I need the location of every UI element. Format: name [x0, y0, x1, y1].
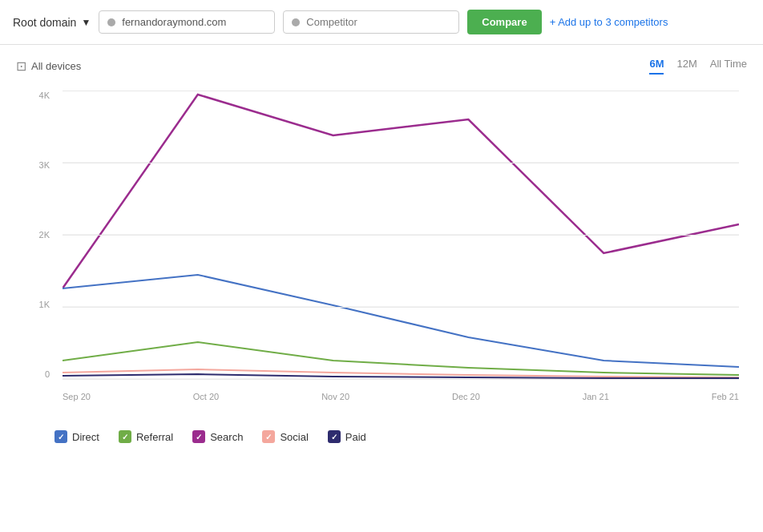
- chart-plot: [63, 91, 739, 379]
- domain-selector[interactable]: Root domain ▼: [13, 16, 91, 29]
- legend-label-referral: Referral: [136, 431, 173, 443]
- chevron-down-icon: ▼: [81, 17, 91, 28]
- devices-icon: ⊡: [16, 58, 26, 74]
- legend-label-search: Search: [210, 431, 243, 443]
- legend-check-direct: ✓: [54, 430, 67, 443]
- tab-alltime[interactable]: All Time: [710, 58, 747, 75]
- legend-label-direct: Direct: [72, 431, 99, 443]
- direct-line: [63, 275, 739, 367]
- y-label-0: 0: [45, 369, 50, 379]
- legend-item-referral[interactable]: ✓ Referral: [119, 430, 173, 443]
- x-label-nov: Nov 20: [321, 392, 349, 401]
- all-devices: ⊡ All devices: [16, 58, 81, 74]
- x-label-oct: Oct 20: [193, 392, 219, 401]
- chart-legend: ✓ Direct ✓ Referral ✓ Search ✓ Social ✓ …: [16, 421, 747, 443]
- time-tabs: 6M 12M All Time: [649, 58, 747, 75]
- all-devices-label: All devices: [31, 60, 81, 72]
- competitor-input[interactable]: [306, 16, 450, 28]
- y-label-3k: 3K: [39, 160, 50, 170]
- chart-area: 4K 3K 2K 1K 0: [24, 91, 739, 411]
- legend-check-social: ✓: [262, 430, 275, 443]
- y-axis: 4K 3K 2K 1K 0: [24, 91, 56, 379]
- competitor-input-wrapper: [283, 10, 459, 34]
- legend-label-paid: Paid: [345, 431, 366, 443]
- legend-item-direct[interactable]: ✓ Direct: [54, 430, 99, 443]
- chart-container: ⊡ All devices 6M 12M All Time 4K 3K 2K 1…: [0, 45, 763, 456]
- x-label-jan: Jan 21: [583, 392, 609, 401]
- tab-6m[interactable]: 6M: [649, 58, 664, 75]
- x-axis: Sep 20 Oct 20 Nov 20 Dec 20 Jan 21 Feb 2…: [63, 382, 739, 411]
- y-label-4k: 4K: [39, 91, 50, 100]
- y-label-1k: 1K: [39, 300, 50, 309]
- competitor-dot: [292, 18, 300, 26]
- legend-check-search: ✓: [192, 430, 205, 443]
- legend-item-paid[interactable]: ✓ Paid: [328, 430, 366, 443]
- domain-selector-label: Root domain: [13, 16, 76, 29]
- x-label-sep: Sep 20: [63, 392, 91, 401]
- legend-label-social: Social: [280, 431, 308, 443]
- x-label-feb: Feb 21: [712, 392, 739, 401]
- domain-input[interactable]: [122, 16, 266, 28]
- legend-check-paid: ✓: [328, 430, 341, 443]
- chart-header: ⊡ All devices 6M 12M All Time: [16, 58, 747, 75]
- add-competitors-label: + Add up to 3 competitors: [550, 16, 668, 28]
- y-label-2k: 2K: [39, 230, 50, 240]
- tab-12m[interactable]: 12M: [676, 58, 696, 75]
- legend-item-search[interactable]: ✓ Search: [192, 430, 243, 443]
- domain-input-wrapper: [99, 10, 275, 34]
- legend-check-referral: ✓: [119, 430, 131, 443]
- domain-dot: [107, 18, 115, 26]
- compare-button[interactable]: Compare: [467, 10, 541, 34]
- add-competitors-link[interactable]: + Add up to 3 competitors: [550, 16, 668, 28]
- header-bar: Root domain ▼ Compare + Add up to 3 comp…: [0, 0, 763, 45]
- legend-item-social[interactable]: ✓ Social: [262, 430, 308, 443]
- search-line: [63, 95, 739, 288]
- x-label-dec: Dec 20: [452, 392, 480, 401]
